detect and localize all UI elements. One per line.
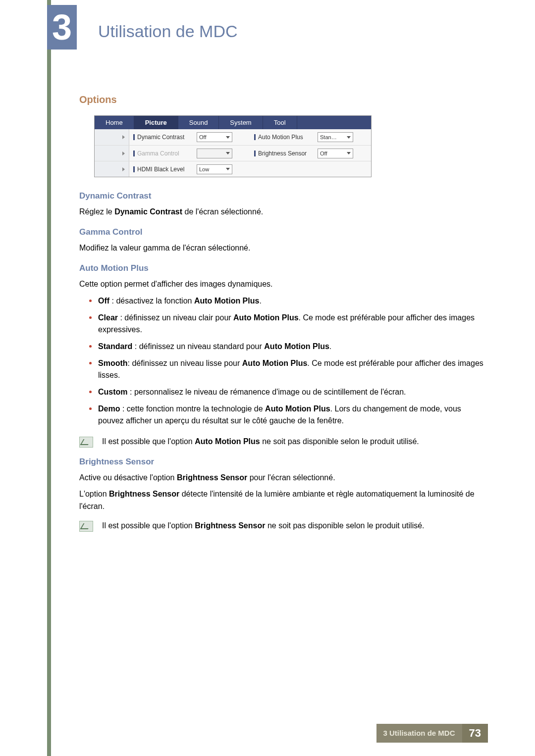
chevron-down-icon bbox=[226, 152, 230, 154]
chevron-down-icon bbox=[347, 136, 351, 139]
ui-rows: Dynamic Contrast Off Auto Motion Plus St… bbox=[95, 129, 371, 177]
label-dynamic-contrast: Dynamic Contrast bbox=[133, 134, 193, 141]
note-text: Il est possible que l'option Brightness … bbox=[102, 520, 425, 532]
page-footer: 3 Utilisation de MDC 73 bbox=[51, 724, 488, 743]
header-band: Utilisation de MDC bbox=[51, 14, 535, 49]
ui-tab-bar: Home Picture Sound System Tool bbox=[95, 116, 371, 129]
list-item: Custom : personnalisez le niveau de réma… bbox=[89, 386, 488, 398]
cell-dynamic-contrast: Dynamic Contrast Off bbox=[129, 132, 250, 142]
tab-bar-fill bbox=[297, 116, 371, 129]
ui-row: HDMI Black Level Low bbox=[95, 161, 371, 177]
text-amp-intro: Cette option permet d'afficher des image… bbox=[79, 278, 488, 291]
cell-hdmi-black-level: HDMI Black Level Low bbox=[129, 164, 250, 174]
heading-brightness-sensor: Brightness Sensor bbox=[79, 457, 488, 467]
options-ui-panel: Home Picture Sound System Tool Dynamic C… bbox=[94, 115, 372, 177]
tab-home[interactable]: Home bbox=[95, 116, 134, 129]
section-heading-options: Options bbox=[79, 94, 488, 105]
side-accent-bar bbox=[47, 0, 51, 756]
chapter-number: 3 bbox=[52, 9, 72, 45]
chevron-right-icon bbox=[122, 151, 125, 155]
text-dynamic-contrast: Réglez le Dynamic Contrast de l'écran sé… bbox=[79, 206, 488, 218]
chevron-right-icon bbox=[122, 167, 125, 171]
tab-sound[interactable]: Sound bbox=[178, 116, 219, 129]
label-gamma-control: Gamma Control bbox=[133, 150, 193, 157]
chevron-down-icon bbox=[226, 168, 230, 170]
footer-chapter-label: 3 Utilisation de MDC bbox=[376, 724, 462, 743]
dropdown-gamma-control[interactable] bbox=[197, 149, 232, 158]
note-brightness-sensor: Il est possible que l'option Brightness … bbox=[79, 520, 488, 532]
heading-dynamic-contrast: Dynamic Contrast bbox=[79, 191, 488, 201]
list-item: Standard : définissez un niveau standard… bbox=[89, 341, 488, 353]
chevron-down-icon bbox=[347, 152, 351, 154]
dropdown-hdmi-black-level[interactable]: Low bbox=[197, 164, 232, 174]
note-text: Il est possible que l'option Auto Motion… bbox=[102, 436, 419, 448]
dropdown-brightness-sensor[interactable]: Off bbox=[318, 149, 353, 158]
ui-row: Dynamic Contrast Off Auto Motion Plus St… bbox=[95, 129, 371, 145]
label-hdmi-black-level: HDMI Black Level bbox=[133, 166, 193, 173]
list-item: Off : désactivez la fonction Auto Motion… bbox=[89, 295, 488, 307]
text-bs-2: L'option Brightness Sensor détecte l'int… bbox=[79, 488, 488, 513]
chapter-title: Utilisation de MDC bbox=[98, 22, 238, 41]
chevron-down-icon bbox=[226, 136, 230, 139]
text-bs-1: Active ou désactive l'option Brightness … bbox=[79, 472, 488, 484]
tab-system[interactable]: System bbox=[219, 116, 263, 129]
note-icon bbox=[79, 521, 93, 532]
text-gamma-control: Modifiez la valeur gamma de l'écran séle… bbox=[79, 242, 488, 254]
tab-picture[interactable]: Picture bbox=[134, 116, 178, 129]
row-expand-cell[interactable] bbox=[95, 146, 129, 161]
heading-auto-motion-plus: Auto Motion Plus bbox=[79, 263, 488, 273]
list-item: Demo : cette fonction montre la technolo… bbox=[89, 403, 488, 427]
chapter-number-badge: 3 bbox=[47, 5, 77, 50]
label-auto-motion-plus: Auto Motion Plus bbox=[254, 134, 314, 141]
list-item: Clear : définissez un niveau clair pour … bbox=[89, 312, 488, 336]
cell-gamma-control: Gamma Control bbox=[129, 149, 250, 158]
footer-page-number: 73 bbox=[462, 724, 488, 743]
label-brightness-sensor: Brightness Sensor bbox=[254, 150, 314, 157]
dropdown-dynamic-contrast[interactable]: Off bbox=[197, 132, 232, 142]
ui-row: Gamma Control Brightness Sensor Off bbox=[95, 145, 371, 161]
content-area: Options Home Picture Sound System Tool D… bbox=[79, 94, 488, 541]
note-icon bbox=[79, 437, 93, 448]
chevron-right-icon bbox=[122, 135, 125, 139]
tab-tool[interactable]: Tool bbox=[263, 116, 297, 129]
cell-brightness-sensor: Brightness Sensor Off bbox=[250, 149, 371, 158]
heading-gamma-control: Gamma Control bbox=[79, 227, 488, 237]
amp-list: Off : désactivez la fonction Auto Motion… bbox=[89, 295, 488, 427]
dropdown-auto-motion-plus[interactable]: Stan… bbox=[318, 132, 353, 142]
list-item: Smooth: définissez un niveau lisse pour … bbox=[89, 357, 488, 381]
cell-auto-motion-plus: Auto Motion Plus Stan… bbox=[250, 132, 371, 142]
row-expand-cell[interactable] bbox=[95, 161, 129, 177]
row-expand-cell[interactable] bbox=[95, 129, 129, 145]
note-amp: Il est possible que l'option Auto Motion… bbox=[79, 436, 488, 448]
